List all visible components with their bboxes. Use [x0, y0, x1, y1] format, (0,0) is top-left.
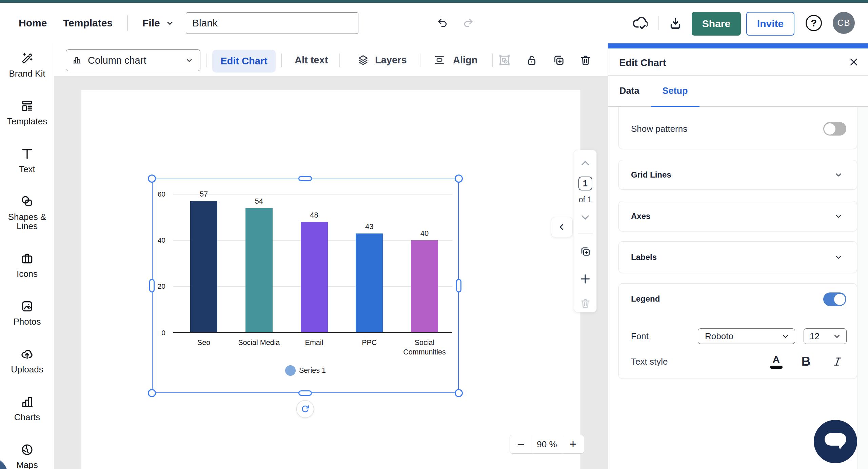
- context-toolbar: Column chart Edit Chart Alt text Layers …: [54, 43, 608, 77]
- font-family-select[interactable]: Roboto: [698, 328, 795, 344]
- duplicate-button[interactable]: [550, 52, 568, 69]
- resize-handle-ne[interactable]: [455, 175, 463, 183]
- duplicate-page-button[interactable]: [580, 246, 591, 257]
- panel-tabs: Data Setup: [608, 75, 868, 107]
- font-color-button[interactable]: A: [767, 353, 785, 370]
- zoom-in-button[interactable]: +: [562, 435, 584, 453]
- panel-scrollbar-gutter[interactable]: [857, 107, 868, 469]
- nav-templates[interactable]: Templates: [63, 3, 113, 43]
- chat-fab-button[interactable]: [814, 420, 857, 463]
- help-button[interactable]: ?: [806, 15, 822, 31]
- align-icon: [434, 54, 445, 66]
- align-button[interactable]: Align: [434, 43, 478, 77]
- layout-icon: [20, 99, 34, 113]
- toggle-knob: [834, 294, 845, 305]
- undo-button[interactable]: [433, 16, 452, 30]
- download-button[interactable]: [667, 16, 684, 31]
- labels-label: Labels: [631, 252, 657, 262]
- rotate-button[interactable]: [296, 400, 314, 418]
- trash-icon: [579, 54, 592, 66]
- sidebar-item-uploads[interactable]: Uploads: [0, 347, 54, 374]
- redo-icon: [462, 17, 474, 29]
- sidebar-item-shapes-lines[interactable]: Shapes & Lines: [0, 195, 54, 231]
- sidebar-item-maps[interactable]: Maps: [0, 443, 54, 469]
- zoom-control: − 90 % +: [510, 435, 584, 454]
- chart-type-dropdown[interactable]: Column chart: [66, 49, 200, 71]
- invite-button[interactable]: Invite: [746, 12, 794, 36]
- app-header: Home Templates File Share Invite ? CB: [0, 3, 868, 43]
- panel-title: Edit Chart: [619, 57, 666, 68]
- sidebar-item-label: Uploads: [11, 365, 43, 374]
- plus-icon: [579, 272, 592, 285]
- tab-setup[interactable]: Setup: [651, 75, 699, 107]
- layers-icon: [357, 54, 369, 66]
- file-menu-button[interactable]: File: [142, 3, 174, 43]
- legend-toggle[interactable]: [823, 292, 846, 306]
- shapes-icon: [20, 195, 34, 208]
- sidebar-item-charts[interactable]: Charts: [0, 395, 54, 422]
- font-size-select[interactable]: 12: [804, 328, 847, 344]
- page-up-button[interactable]: [580, 159, 590, 167]
- document-name-input[interactable]: [186, 12, 358, 34]
- chevron-up-icon: [580, 159, 590, 167]
- avatar[interactable]: CB: [833, 12, 855, 34]
- resize-handle-sw[interactable]: [148, 389, 156, 397]
- layers-label: Layers: [375, 55, 407, 66]
- resize-handle-n[interactable]: [298, 176, 312, 181]
- cloud-sync-button[interactable]: [630, 15, 649, 31]
- layers-button[interactable]: Layers: [357, 43, 407, 77]
- edit-chart-button[interactable]: Edit Chart: [212, 50, 276, 73]
- sidebar-item-brand-kit[interactable]: Brand Kit: [0, 52, 54, 78]
- sidebar-item-photos[interactable]: Photos: [0, 300, 54, 326]
- italic-button[interactable]: [829, 353, 846, 370]
- delete-page-button[interactable]: [580, 298, 591, 309]
- resize-handle-se[interactable]: [455, 389, 463, 397]
- page-down-button[interactable]: [580, 213, 590, 222]
- chevron-down-icon: [580, 213, 590, 222]
- close-panel-button[interactable]: [846, 54, 862, 70]
- grid-lines-card[interactable]: Grid Lines: [618, 160, 857, 190]
- panel-accent-strip: [608, 43, 868, 48]
- tab-data[interactable]: Data: [608, 75, 651, 107]
- resize-handle-e[interactable]: [456, 279, 461, 292]
- unlock-icon: [526, 54, 538, 67]
- nav-home[interactable]: Home: [19, 3, 47, 43]
- legend-card: Legend Font Roboto 12 Text style A B: [618, 283, 857, 379]
- header-divider-2: [658, 16, 659, 30]
- font-color-swatch: [770, 366, 783, 369]
- group-button[interactable]: [496, 52, 513, 69]
- labels-card[interactable]: Labels: [618, 241, 857, 273]
- column-chart-icon: [73, 56, 81, 65]
- canvas-area: 604020057Seo54Social Media48Email43PPC40…: [54, 77, 608, 469]
- sidebar-item-label: Photos: [14, 317, 41, 326]
- lock-button[interactable]: [523, 52, 540, 69]
- show-patterns-card: Show patterns: [618, 107, 857, 149]
- collapse-panel-button[interactable]: [551, 217, 573, 237]
- resize-handle-nw[interactable]: [148, 175, 156, 183]
- sidebar-item-templates[interactable]: Templates: [0, 99, 54, 126]
- delete-button[interactable]: [577, 52, 594, 69]
- page-number-box[interactable]: 1: [578, 177, 592, 190]
- show-patterns-toggle[interactable]: [823, 122, 846, 136]
- show-patterns-label: Show patterns: [631, 124, 687, 134]
- download-icon: [669, 17, 682, 30]
- sidebar-item-text[interactable]: Text: [0, 147, 54, 174]
- toolbar-divider-2: [281, 54, 282, 67]
- brand-top-strip: [0, 0, 868, 3]
- sidebar-item-icons[interactable]: Icons: [0, 252, 54, 279]
- add-page-button[interactable]: [579, 272, 592, 285]
- axes-card[interactable]: Axes: [618, 201, 857, 231]
- share-button[interactable]: Share: [692, 12, 741, 36]
- text-icon: [20, 147, 34, 161]
- sidebar-item-label: Templates: [7, 117, 47, 126]
- grid-lines-label: Grid Lines: [631, 170, 671, 180]
- redo-button[interactable]: [458, 16, 477, 30]
- zoom-out-button[interactable]: −: [510, 435, 532, 453]
- bold-button[interactable]: B: [797, 353, 815, 370]
- alt-text-button[interactable]: Alt text: [295, 43, 328, 77]
- resize-handle-s[interactable]: [298, 390, 312, 396]
- font-size-value: 12: [810, 331, 820, 342]
- resize-handle-w[interactable]: [149, 279, 155, 292]
- chevron-down-icon: [834, 212, 843, 220]
- zoom-level[interactable]: 90 %: [532, 435, 562, 453]
